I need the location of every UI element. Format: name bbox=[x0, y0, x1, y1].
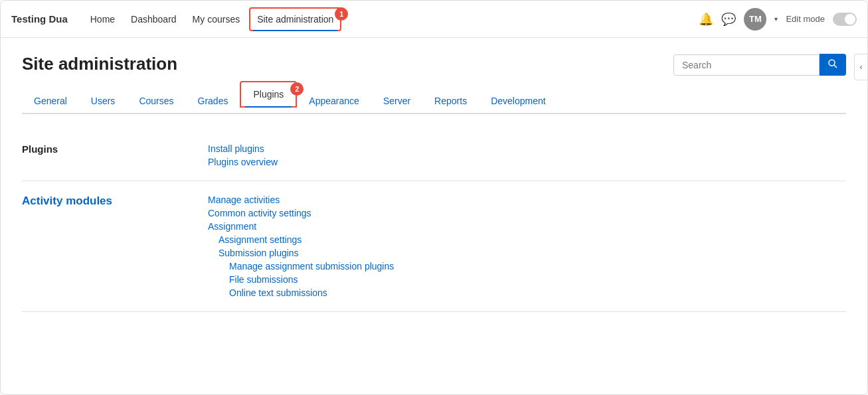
tab-general[interactable]: General bbox=[22, 89, 79, 114]
activity-modules-title: Activity modules bbox=[22, 195, 208, 298]
page-title: Site administration bbox=[22, 54, 177, 74]
install-plugins-link[interactable]: Install plugins bbox=[208, 143, 278, 154]
search-button[interactable] bbox=[820, 54, 846, 76]
brand-name: Testing Dua bbox=[11, 13, 68, 25]
avatar[interactable]: TM bbox=[744, 8, 766, 31]
chat-icon[interactable]: 💬 bbox=[721, 12, 736, 27]
avatar-chevron-icon[interactable]: ▾ bbox=[774, 15, 778, 23]
file-submissions-link[interactable]: File submissions bbox=[208, 274, 394, 285]
submission-plugins-link[interactable]: Submission plugins bbox=[208, 248, 394, 258]
tab-grades[interactable]: Grades bbox=[186, 89, 240, 114]
plugins-overview-link[interactable]: Plugins overview bbox=[208, 157, 278, 167]
nav-siteadmin[interactable]: Site administration bbox=[249, 7, 341, 31]
plugins-section-links: Install plugins Plugins overview bbox=[208, 143, 278, 167]
activity-modules-section: Activity modules Manage activities Commo… bbox=[22, 181, 846, 312]
svg-point-0 bbox=[829, 60, 835, 66]
common-activity-settings-link[interactable]: Common activity settings bbox=[208, 208, 394, 218]
tab-users[interactable]: Users bbox=[79, 89, 128, 114]
main-content: Site administration General Users Course… bbox=[1, 38, 867, 328]
top-navigation: Testing Dua Home Dashboard My courses Si… bbox=[1, 1, 867, 38]
tab-development[interactable]: Development bbox=[479, 89, 558, 114]
svg-line-1 bbox=[834, 65, 837, 68]
tab-reports[interactable]: Reports bbox=[422, 89, 479, 114]
search-icon bbox=[827, 58, 838, 69]
nav-dashboard[interactable]: Dashboard bbox=[124, 9, 183, 30]
nav-mycourses[interactable]: My courses bbox=[186, 9, 247, 30]
edit-mode-label: Edit mode bbox=[786, 14, 825, 24]
main-window: Testing Dua Home Dashboard My courses Si… bbox=[0, 0, 868, 395]
sidebar-toggle-button[interactable]: ‹ bbox=[854, 54, 867, 80]
tabs-row: General Users Courses Grades Plugins 2 A… bbox=[22, 89, 846, 114]
nav-badge-1: 1 bbox=[335, 7, 348, 21]
bell-icon[interactable]: 🔔 bbox=[699, 12, 713, 27]
tab-courses[interactable]: Courses bbox=[127, 89, 185, 114]
tab-appearance[interactable]: Appearance bbox=[297, 89, 371, 114]
tab-server[interactable]: Server bbox=[371, 89, 422, 114]
online-text-submissions-link[interactable]: Online text submissions bbox=[208, 287, 394, 298]
nav-links: Home Dashboard My courses Site administr… bbox=[84, 9, 699, 30]
plugins-section-title: Plugins bbox=[22, 143, 208, 167]
nav-home[interactable]: Home bbox=[84, 9, 122, 30]
plugins-section: Plugins Install plugins Plugins overview bbox=[22, 130, 846, 181]
assignment-settings-link[interactable]: Assignment settings bbox=[208, 234, 394, 245]
manage-activities-link[interactable]: Manage activities bbox=[208, 195, 394, 205]
page-header: Site administration bbox=[22, 54, 846, 76]
manage-assignment-submission-link[interactable]: Manage assignment submission plugins bbox=[208, 261, 394, 272]
nav-right: 🔔 💬 TM ▾ Edit mode bbox=[699, 8, 857, 31]
search-input[interactable] bbox=[673, 54, 820, 76]
search-bar bbox=[673, 54, 846, 76]
edit-mode-toggle[interactable] bbox=[833, 13, 857, 26]
assignment-link[interactable]: Assignment bbox=[208, 221, 394, 232]
tab-plugins[interactable]: Plugins bbox=[240, 81, 297, 108]
activity-modules-links: Manage activities Common activity settin… bbox=[208, 195, 394, 298]
